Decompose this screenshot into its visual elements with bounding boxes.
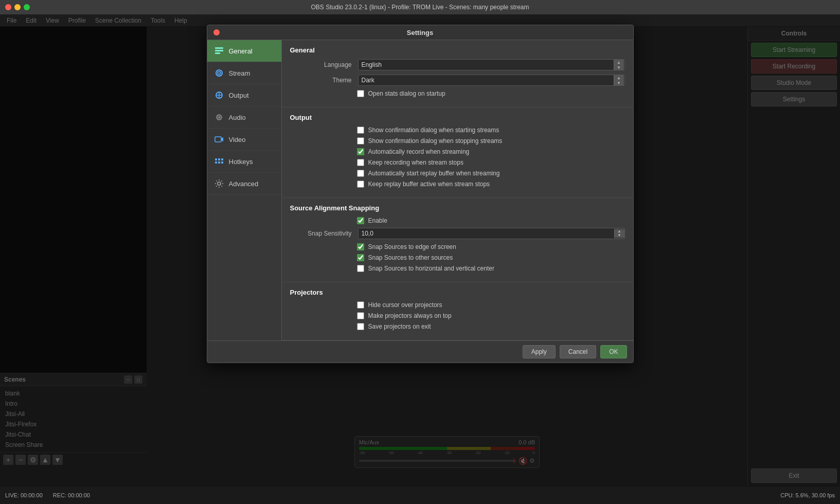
- always-on-top-label[interactable]: Make projectors always on top: [368, 312, 452, 319]
- svg-point-5: [219, 73, 220, 74]
- dialog-footer: Apply Cancel OK: [207, 340, 633, 363]
- video-icon: [213, 134, 225, 145]
- svg-rect-1: [215, 50, 223, 51]
- sidebar-item-advanced[interactable]: Advanced: [207, 173, 281, 195]
- settings-sidebar: General Stream: [207, 40, 282, 340]
- snap-section: Source Alignment Snapping Enable Snap Se…: [282, 198, 633, 282]
- window-controls: [5, 4, 30, 10]
- auto-record-checkbox[interactable]: [357, 148, 364, 155]
- dialog-body: General Stream: [207, 40, 633, 340]
- confirm-stop-checkbox[interactable]: [357, 137, 364, 145]
- snap-sensitivity-arrows: ▲ ▼: [614, 229, 624, 238]
- output-section-title: Output: [290, 114, 625, 121]
- sidebar-item-audio[interactable]: Audio: [207, 106, 281, 129]
- theme-select[interactable]: Dark: [358, 75, 625, 86]
- svg-point-20: [218, 182, 221, 185]
- snap-edge-checkbox[interactable]: [357, 243, 364, 250]
- auto-record-label[interactable]: Automatically record when streaming: [368, 148, 470, 155]
- theme-row: Theme Dark ▲▼: [290, 75, 625, 86]
- confirm-start-label[interactable]: Show confirmation dialog when starting s…: [368, 127, 499, 134]
- sidebar-audio-label: Audio: [229, 114, 246, 121]
- auto-replay-checkbox[interactable]: [357, 170, 364, 177]
- output-section: Output Show confirmation dialog when sta…: [282, 107, 633, 198]
- keep-recording-label[interactable]: Keep recording when stream stops: [368, 159, 463, 166]
- dialog-titlebar: Settings: [207, 25, 633, 40]
- confirm-start-checkbox[interactable]: [357, 127, 364, 134]
- ok-button[interactable]: OK: [600, 345, 627, 358]
- svg-rect-18: [218, 161, 220, 164]
- save-on-exit-row: Save projectors on exit: [290, 323, 625, 330]
- projectors-section-title: Projectors: [290, 289, 625, 296]
- svg-rect-19: [221, 161, 223, 164]
- snap-center-checkbox[interactable]: [357, 265, 364, 272]
- sidebar-stream-label: Stream: [229, 69, 251, 77]
- save-on-exit-label[interactable]: Save projectors on exit: [368, 323, 431, 330]
- svg-point-11: [218, 117, 220, 118]
- snap-edge-label[interactable]: Snap Sources to edge of screen: [368, 243, 456, 250]
- snap-center-label[interactable]: Snap Sources to horizontal and vertical …: [368, 265, 494, 272]
- sidebar-video-label: Video: [229, 136, 246, 143]
- enable-snap-checkbox[interactable]: [357, 217, 364, 224]
- open-stats-checkbox[interactable]: [357, 90, 364, 97]
- close-window-button[interactable]: [5, 4, 11, 10]
- always-on-top-checkbox[interactable]: [357, 312, 364, 319]
- sidebar-item-hotkeys[interactable]: Hotkeys: [207, 151, 281, 173]
- snap-section-title: Source Alignment Snapping: [290, 204, 625, 212]
- window-title: OBS Studio 23.0.2-1 (linux) - Profile: T…: [311, 4, 529, 11]
- svg-rect-16: [221, 158, 223, 160]
- snap-sources-label[interactable]: Snap Sources to other sources: [368, 254, 453, 261]
- sidebar-item-general[interactable]: General: [207, 40, 281, 62]
- confirm-stop-row: Show confirmation dialog when stopping s…: [290, 137, 625, 145]
- sidebar-item-output[interactable]: Output: [207, 84, 281, 106]
- theme-select-wrapper: Dark ▲▼: [358, 75, 625, 86]
- keep-replay-checkbox[interactable]: [357, 181, 364, 188]
- snap-sensitivity-wrapper: ▲ ▼: [358, 228, 625, 239]
- language-select[interactable]: English: [358, 59, 625, 70]
- minimize-window-button[interactable]: [14, 4, 21, 10]
- statusbar: LIVE: 00:00:00 REC: 00:00:00 CPU: 5.6%, …: [0, 486, 840, 504]
- sidebar-general-label: General: [229, 47, 253, 55]
- general-icon: [213, 45, 225, 57]
- cancel-button[interactable]: Cancel: [560, 345, 596, 358]
- apply-button[interactable]: Apply: [523, 345, 556, 358]
- stream-icon: [213, 67, 225, 79]
- rec-status: REC: 00:00:00: [53, 492, 90, 498]
- keep-replay-label[interactable]: Keep replay buffer active when stream st…: [368, 181, 490, 188]
- snap-sensitivity-down[interactable]: ▼: [615, 233, 624, 238]
- output-icon: [213, 89, 225, 101]
- snap-sensitivity-row: Snap Sensitivity ▲ ▼: [290, 228, 625, 239]
- auto-replay-label[interactable]: Automatically start replay buffer when s…: [368, 170, 500, 177]
- titlebar: OBS Studio 23.0.2-1 (linux) - Profile: T…: [0, 0, 840, 14]
- language-select-wrapper: English ▲▼: [358, 59, 625, 70]
- save-on-exit-checkbox[interactable]: [357, 323, 364, 330]
- svg-rect-14: [215, 158, 217, 160]
- dialog-close-button[interactable]: [213, 29, 220, 35]
- projectors-section: Projectors Hide cursor over projectors M…: [282, 282, 633, 340]
- open-stats-label[interactable]: Open stats dialog on startup: [368, 90, 445, 97]
- hide-cursor-label[interactable]: Hide cursor over projectors: [368, 301, 442, 309]
- enable-snap-label[interactable]: Enable: [368, 217, 387, 224]
- settings-dialog: Settings General: [207, 25, 634, 363]
- sidebar-output-label: Output: [229, 92, 249, 99]
- snap-sensitivity-input[interactable]: [359, 228, 614, 239]
- cpu-status: CPU: 5.6%, 30.00 fps: [780, 492, 835, 498]
- snap-sources-checkbox[interactable]: [357, 254, 364, 261]
- auto-replay-row: Automatically start replay buffer when s…: [290, 170, 625, 177]
- confirm-stop-label[interactable]: Show confirmation dialog when stopping s…: [368, 137, 503, 145]
- sidebar-item-stream[interactable]: Stream: [207, 62, 281, 84]
- sidebar-item-video[interactable]: Video: [207, 129, 281, 151]
- always-on-top-row: Make projectors always on top: [290, 312, 625, 319]
- settings-content: General Language English ▲▼: [282, 40, 633, 340]
- dialog-title: Settings: [407, 29, 433, 37]
- sidebar-advanced-label: Advanced: [229, 180, 259, 188]
- hide-cursor-checkbox[interactable]: [357, 301, 364, 309]
- maximize-window-button[interactable]: [24, 4, 30, 10]
- keep-recording-checkbox[interactable]: [357, 159, 364, 166]
- svg-rect-2: [215, 52, 220, 54]
- confirm-start-row: Show confirmation dialog when starting s…: [290, 127, 625, 134]
- hide-cursor-row: Hide cursor over projectors: [290, 301, 625, 309]
- enable-snap-row: Enable: [290, 217, 625, 224]
- keep-replay-row: Keep replay buffer active when stream st…: [290, 181, 625, 188]
- advanced-icon: [213, 178, 225, 189]
- settings-overlay: Settings General: [0, 14, 840, 486]
